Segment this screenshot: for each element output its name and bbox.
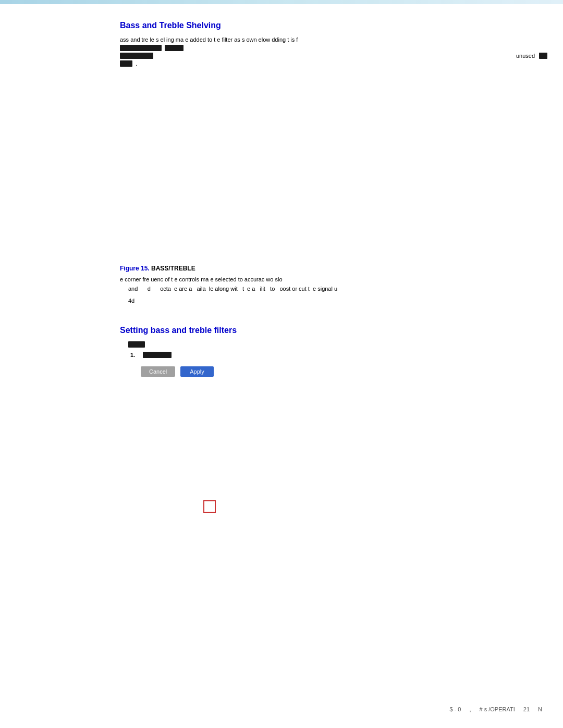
- intro-line-4: .: [120, 60, 547, 67]
- content-area: Bass and Treble Shelving ass and tre le …: [120, 21, 547, 377]
- step-1-redacted: [143, 352, 172, 358]
- setting-section: Setting bass and treble filters 1. Cance…: [120, 326, 547, 377]
- redacted-3: [120, 53, 153, 59]
- redacted-2: [165, 45, 183, 51]
- intro-text-as: as s: [234, 36, 244, 43]
- figure-description: e corner fre uenc of t e controls ma e s…: [120, 276, 547, 305]
- intro-text-1: ass and tre: [120, 36, 148, 43]
- step-1: 1.: [130, 352, 547, 358]
- intro-text-3: el: [161, 36, 165, 43]
- cancel-button[interactable]: Cancel: [141, 366, 175, 377]
- intro-text-8: elow: [259, 36, 271, 43]
- figure-desc-line2: and d octa e are a aila le along wit t e…: [128, 285, 547, 293]
- top-accent-bar: [0, 0, 563, 4]
- fig-text-3: of t: [165, 276, 173, 282]
- figure-area: Figure 15. BASS/TREBLE e corner fre uenc…: [120, 265, 547, 305]
- figure-label-suffix: BASS/TREBLE: [151, 265, 195, 272]
- intro-line-2: [120, 45, 547, 51]
- step-1-number: 1.: [130, 352, 139, 358]
- setting-title: Setting bass and treble filters: [120, 326, 547, 335]
- steps-redacted: [128, 341, 145, 348]
- apply-button[interactable]: Apply: [180, 366, 214, 377]
- steps-label-row: [128, 341, 547, 348]
- fig-text-4: e controls ma: [174, 276, 209, 282]
- fig-text-7: wo slo: [266, 276, 282, 282]
- redacted-4: [120, 60, 132, 67]
- footer-left: $ - 0: [449, 706, 461, 712]
- checkbox-container: [203, 500, 216, 513]
- checkbox-input[interactable]: [203, 500, 216, 513]
- intro-line-1: ass and tre le s el ing ma e added to t …: [120, 36, 547, 43]
- fig-text-6: accurac: [244, 276, 265, 282]
- fig-text-2: uenc: [151, 276, 163, 282]
- intro-text-9: dding t: [272, 36, 289, 43]
- section-title: Bass and Treble Shelving: [120, 21, 547, 30]
- intro-text-6: e filter: [217, 36, 232, 43]
- intro-paragraph: ass and tre le s el ing ma e added to t …: [120, 36, 547, 67]
- figure-desc-line3: 4d: [128, 297, 547, 305]
- intro-text-period: .: [136, 60, 137, 67]
- footer-middle: # s /OPERATI: [480, 706, 515, 712]
- intro-text-7: own: [246, 36, 256, 43]
- footer: $ - 0 , # s /OPERATI 21 N: [449, 706, 542, 712]
- intro-line-3: unused: [120, 53, 547, 59]
- redacted-1: [120, 45, 162, 51]
- intro-text-4: ing ma: [166, 36, 183, 43]
- redacted-unused: [539, 53, 547, 59]
- footer-sep1: ,: [469, 706, 471, 712]
- intro-text-2: le s: [150, 36, 158, 43]
- figure-label-text: Figure 15.: [120, 265, 150, 272]
- fig-text-5: e selected to: [210, 276, 242, 282]
- fig-text-1: e corner fre: [120, 276, 149, 282]
- intro-text-5: e added to t: [185, 36, 215, 43]
- figure-label: Figure 15. BASS/TREBLE: [120, 265, 547, 272]
- footer-right: N: [538, 706, 542, 712]
- footer-page: 21: [523, 706, 530, 712]
- figure-desc-line1: e corner fre uenc of t e controls ma e s…: [120, 276, 547, 282]
- ui-controls: Cancel Apply: [141, 366, 547, 377]
- unused-label: unused: [516, 53, 535, 59]
- intro-text-10: is f: [290, 36, 298, 43]
